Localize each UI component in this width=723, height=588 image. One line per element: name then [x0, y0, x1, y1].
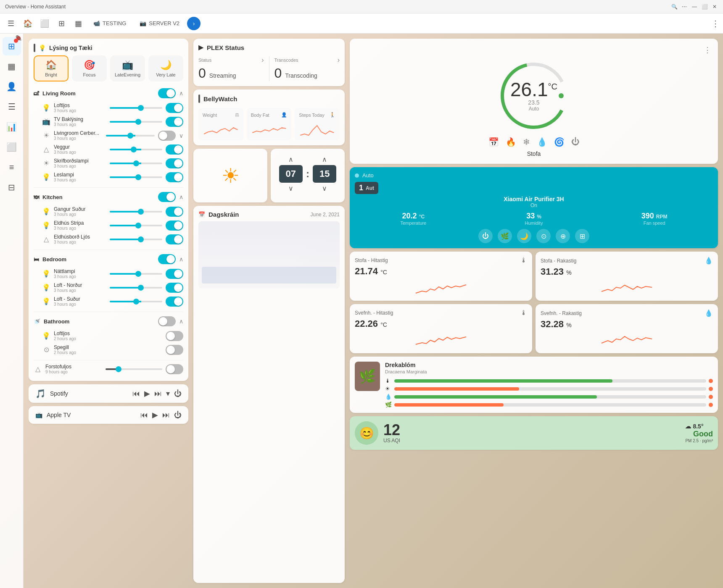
kitchen-chevron[interactable]: ∧ [179, 194, 183, 200]
menu-button[interactable]: ⋯ [681, 3, 688, 10]
eldhus-stripa-toggle[interactable] [166, 220, 183, 231]
spotify-power-button[interactable]: ⏻ [174, 389, 182, 398]
plex-status-arrow[interactable]: › [261, 56, 264, 64]
spotify-volume-button[interactable]: ▾ [166, 389, 170, 398]
bathroom-chevron[interactable]: ∧ [179, 318, 183, 325]
thermostat-calendar-icon[interactable]: 📅 [488, 137, 499, 147]
bedroom-toggle[interactable] [158, 254, 176, 264]
thermostat-menu-button[interactable]: ⋮ [704, 45, 711, 55]
leslampi-toggle[interactable] [166, 172, 183, 182]
forstofuljos-toggle[interactable] [166, 364, 183, 374]
thermostat-flame-icon[interactable]: 🔥 [506, 137, 516, 147]
loft-nordur-toggle[interactable] [166, 283, 183, 293]
tv-slider[interactable] [110, 121, 162, 123]
veggur-slider[interactable] [110, 149, 162, 150]
gangur-slider[interactable] [110, 211, 162, 213]
scene-btn-bright[interactable]: 🏠 Bright [34, 55, 69, 81]
more-tabs-button[interactable]: › [187, 17, 201, 30]
nattlampi-slider[interactable] [110, 273, 162, 275]
sidebar-item-grid[interactable]: ▦ [3, 57, 21, 76]
loft-sudur-toggle[interactable] [166, 297, 183, 307]
room-kitchen-header[interactable]: 🍽 Kitchen ∧ [34, 189, 183, 205]
sidebar-item-notifications[interactable]: ✎ [16, 36, 21, 40]
room-bedroom-header[interactable]: 🛏 Bedroom ∧ [34, 252, 183, 267]
skrifbord-slider[interactable] [110, 163, 162, 164]
ac-mode1-button[interactable]: ⊙ [536, 229, 551, 243]
living-room-chevron[interactable]: ∧ [179, 90, 183, 97]
thermostat-power-icon[interactable]: ⏻ [571, 137, 580, 147]
bath-loftljos-toggle[interactable] [166, 331, 183, 341]
appletv-prev-button[interactable]: ⏮ [140, 411, 148, 420]
aqi-face-icon: 😊 [359, 426, 374, 440]
scene-btn-lateevening[interactable]: 📺 LateEvening [110, 55, 145, 81]
leslampi-slider[interactable] [110, 176, 162, 178]
minute-up-button[interactable]: ∧ [322, 155, 327, 163]
skrifbord-toggle[interactable] [166, 158, 183, 168]
hamburger-menu-button[interactable]: ☰ [3, 16, 18, 31]
hour-up-button[interactable]: ∧ [288, 155, 293, 163]
living-room-toggle[interactable] [158, 88, 176, 98]
thermostat-snowflake-icon[interactable]: ❄ [523, 137, 530, 147]
ac-power-button[interactable]: ⏻ [478, 229, 493, 243]
ac-mode3-button[interactable]: ⊞ [575, 229, 589, 243]
home-button[interactable]: 🏠 [20, 16, 35, 31]
sidebar-item-list[interactable]: ☰ [3, 97, 21, 116]
loft-sudur-slider[interactable] [110, 301, 162, 302]
loft-nordur-slider[interactable] [110, 287, 162, 289]
forstofuljos-slider[interactable] [106, 368, 162, 370]
tv-toggle[interactable] [166, 117, 183, 127]
spotify-next-button[interactable]: ⏭ [154, 389, 162, 398]
gangur-toggle[interactable] [166, 207, 183, 217]
bathroom-toggle[interactable] [158, 316, 176, 326]
tab-server-v2[interactable]: 📷 SERVER V2 [134, 18, 185, 29]
search-button[interactable]: 🔍 [671, 3, 678, 10]
appletv-power-button[interactable]: ⏻ [174, 411, 182, 420]
sidebar-item-menu[interactable]: ≡ [3, 158, 21, 176]
spotify-play-button[interactable]: ▶ [144, 389, 150, 398]
layers-button[interactable]: ⊞ [54, 16, 69, 31]
verylate-icon: 🌙 [160, 60, 172, 71]
appletv-next-button[interactable]: ⏭ [162, 411, 170, 420]
plex-transcodes-arrow[interactable]: › [338, 56, 340, 64]
cerber-slider[interactable] [106, 135, 155, 136]
loftljos-toggle[interactable] [166, 103, 183, 113]
room-living-room-header[interactable]: 🛋 Living Room ∧ [34, 86, 183, 101]
spegill-toggle[interactable] [166, 345, 183, 355]
sidebar-item-chart[interactable]: 📊 [3, 118, 21, 136]
plex-icon: ▶ [198, 44, 203, 51]
tablet-view-button[interactable]: ⬜ [37, 16, 52, 31]
bedroom-chevron[interactable]: ∧ [179, 256, 183, 262]
sidebar-item-user[interactable]: 👤 [3, 77, 21, 96]
minimize-button[interactable]: — [691, 3, 698, 10]
ac-mode2-button[interactable]: ⊕ [556, 229, 570, 243]
appletv-play-button[interactable]: ▶ [152, 410, 158, 420]
scene-btn-verylate[interactable]: 🌙 Very Late [148, 55, 183, 81]
scene-btn-focus[interactable]: 🎯 Focus [72, 55, 107, 81]
hour-down-button[interactable]: ∨ [288, 184, 293, 192]
cerber-chevron[interactable]: ∨ [179, 132, 183, 139]
nav-options-button[interactable]: ⋮ [711, 18, 720, 29]
room-bathroom-header[interactable]: 🚿 Bathroom ∧ [34, 314, 183, 329]
ac-sleep-button[interactable]: 🌙 [517, 229, 531, 243]
ac-eco-button[interactable]: 🌿 [498, 229, 512, 243]
close-button[interactable]: ✕ [711, 3, 718, 10]
kitchen-toggle[interactable] [158, 192, 176, 202]
cerber-toggle[interactable] [158, 131, 176, 141]
sensor-svefnh-hitastig-value: 22.26 °C [355, 318, 527, 329]
loftljos-slider[interactable] [110, 107, 162, 109]
thermostat-fan-icon[interactable]: 🌀 [554, 137, 565, 147]
spotify-prev-button[interactable]: ⏮ [132, 389, 140, 398]
sun-card: ☀ [193, 149, 267, 202]
tab-testing[interactable]: 📹 TESTING [87, 18, 132, 29]
eldhus-stripa-slider[interactable] [110, 225, 162, 226]
eldhusborg-slider[interactable] [110, 239, 162, 240]
grid-button[interactable]: ▦ [71, 16, 86, 31]
eldhusborg-toggle[interactable] [166, 234, 183, 244]
nattlampi-toggle[interactable] [166, 269, 183, 279]
maximize-button[interactable]: ⬜ [701, 3, 708, 10]
minute-down-button[interactable]: ∨ [322, 184, 327, 192]
sidebar-item-minus[interactable]: ⊟ [3, 178, 21, 197]
thermostat-drop-icon[interactable]: 💧 [537, 137, 547, 147]
veggur-toggle[interactable] [166, 144, 183, 155]
sidebar-item-square[interactable]: ⬜ [3, 138, 21, 156]
